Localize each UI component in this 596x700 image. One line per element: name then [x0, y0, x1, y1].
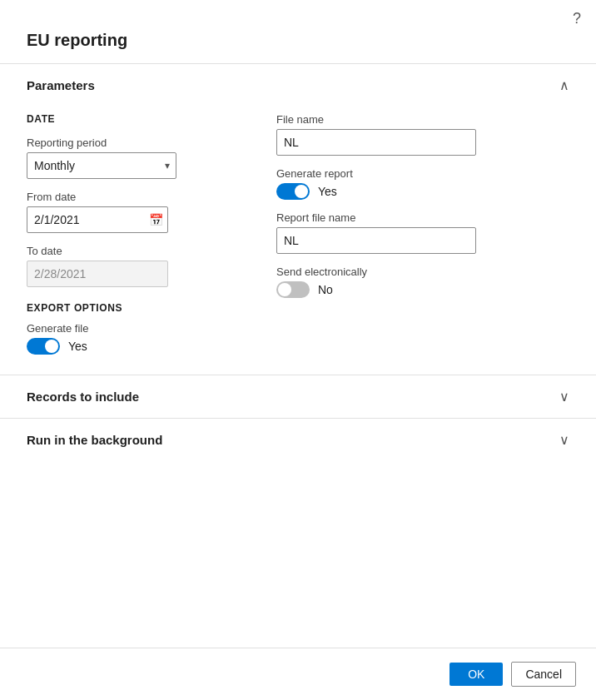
background-title: Run in the background: [27, 433, 162, 447]
background-section: Run in the background ∨: [0, 418, 596, 461]
report-file-name-field: Report file name: [276, 211, 569, 254]
background-section-header[interactable]: Run in the background ∨: [0, 419, 596, 461]
from-date-field: From date 📅: [27, 191, 243, 233]
send-electronically-thumb: [278, 283, 291, 296]
date-group-title: DATE: [27, 113, 243, 125]
ok-button[interactable]: OK: [449, 663, 503, 686]
date-column: DATE Reporting period Monthly Quarterly …: [27, 113, 243, 355]
reporting-period-select[interactable]: Monthly Quarterly Yearly: [27, 152, 176, 179]
from-date-input[interactable]: [27, 206, 168, 233]
generate-report-toggle-row: Yes: [276, 183, 569, 200]
generate-file-toggle[interactable]: [27, 338, 60, 355]
reporting-period-field: Reporting period Monthly Quarterly Yearl…: [27, 137, 243, 179]
parameters-columns: DATE Reporting period Monthly Quarterly …: [27, 113, 569, 355]
to-date-input-wrapper: [27, 261, 168, 287]
file-name-field: File name: [276, 113, 569, 156]
generate-report-track: [276, 183, 310, 200]
generate-report-label: Generate report: [276, 167, 569, 180]
generate-file-value: Yes: [68, 340, 87, 353]
to-date-field: To date: [27, 245, 243, 287]
records-title: Records to include: [27, 390, 139, 404]
file-name-input[interactable]: [276, 129, 476, 156]
file-name-label: File name: [276, 113, 569, 126]
to-date-input: [27, 261, 168, 287]
parameters-chevron: ∧: [559, 77, 569, 93]
from-date-input-wrapper[interactable]: 📅: [27, 206, 168, 233]
parameters-title: Parameters: [27, 78, 95, 92]
report-file-name-label: Report file name: [276, 211, 569, 224]
generate-file-label: Generate file: [27, 322, 243, 335]
records-section: Records to include ∨: [0, 375, 596, 418]
file-column: File name Generate report Yes: [276, 113, 569, 355]
send-electronically-toggle[interactable]: [276, 281, 310, 298]
send-electronically-label: Send electronically: [276, 266, 569, 278]
help-icon[interactable]: ?: [573, 10, 581, 27]
export-options-title: EXPORT OPTIONS: [27, 302, 243, 314]
send-electronically-value: No: [318, 283, 333, 296]
send-electronically-field: Send electronically No: [276, 266, 569, 298]
reporting-period-select-wrapper[interactable]: Monthly Quarterly Yearly: [27, 152, 176, 179]
top-bar: ?: [0, 0, 596, 27]
send-electronically-track: [276, 281, 310, 298]
generate-file-thumb: [45, 340, 58, 353]
records-chevron: ∨: [559, 389, 569, 405]
parameters-section: Parameters ∧ DATE Reporting period Month…: [0, 63, 596, 375]
generate-file-toggle-row: Yes: [27, 338, 243, 355]
generate-report-value: Yes: [318, 185, 337, 198]
report-file-name-input[interactable]: [276, 227, 476, 254]
send-electronically-toggle-row: No: [276, 281, 569, 298]
reporting-period-label: Reporting period: [27, 137, 243, 149]
generate-report-field: Generate report Yes: [276, 167, 569, 200]
generate-file-track: [27, 338, 60, 355]
generate-report-thumb: [295, 185, 308, 198]
parameters-body: DATE Reporting period Monthly Quarterly …: [0, 107, 596, 375]
background-chevron: ∨: [559, 432, 569, 448]
cancel-button[interactable]: Cancel: [511, 662, 576, 687]
page-title: EU reporting: [0, 27, 596, 63]
footer-bar: OK Cancel: [0, 648, 596, 700]
from-date-label: From date: [27, 191, 243, 203]
to-date-label: To date: [27, 245, 243, 257]
parameters-section-header[interactable]: Parameters ∧: [0, 64, 596, 107]
generate-report-toggle[interactable]: [276, 183, 310, 200]
records-section-header[interactable]: Records to include ∨: [0, 375, 596, 418]
